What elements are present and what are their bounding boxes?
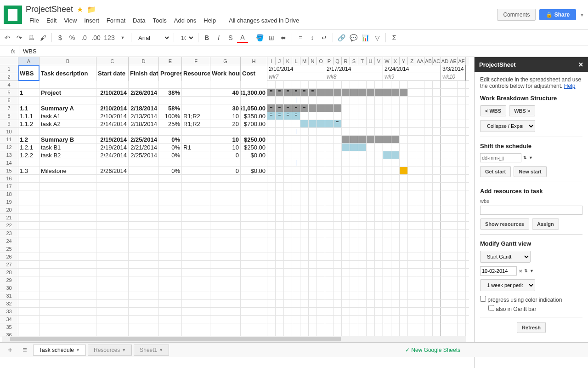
cell[interactable] [40, 128, 96, 135]
cell[interactable] [159, 183, 182, 190]
cell[interactable]: 2/13/2014 [129, 112, 159, 120]
gantt-cell[interactable] [441, 97, 449, 104]
gantt-cell[interactable] [383, 308, 391, 315]
row-number[interactable]: 25 [0, 245, 18, 253]
cell[interactable]: Project [40, 89, 96, 96]
gantt-cell[interactable] [325, 151, 334, 159]
font-select[interactable]: Arial [134, 33, 171, 43]
gantt-cell[interactable] [300, 167, 309, 174]
col-header-H[interactable]: H [241, 57, 267, 65]
gantt-cell[interactable] [325, 136, 334, 143]
gantt-cell[interactable] [367, 276, 375, 284]
gantt-cell[interactable] [416, 120, 424, 127]
halign-icon[interactable]: ≡ [295, 32, 306, 43]
cell[interactable] [182, 97, 210, 104]
cell[interactable] [159, 206, 182, 213]
gantt-cell[interactable] [433, 104, 441, 112]
gantt-cell[interactable] [284, 144, 292, 151]
cell[interactable] [129, 175, 159, 182]
cell[interactable] [96, 316, 129, 323]
gantt-cell[interactable] [391, 253, 400, 260]
refresh-button[interactable]: Refresh [517, 322, 546, 333]
gantt-cell[interactable] [408, 237, 416, 245]
cell[interactable] [18, 253, 40, 260]
assign-button[interactable]: Assign [532, 218, 559, 230]
gantt-cell[interactable] [317, 269, 325, 276]
gantt-cell[interactable]: = [300, 89, 309, 96]
gantt-cell[interactable] [458, 167, 466, 174]
gantt-cell[interactable] [276, 316, 284, 323]
gantt-cell[interactable] [367, 112, 375, 120]
gantt-cell[interactable] [300, 308, 309, 315]
gantt-cell[interactable] [375, 167, 383, 174]
gantt-cell[interactable] [367, 206, 375, 213]
gantt-cell[interactable] [458, 183, 466, 190]
gantt-cell[interactable] [400, 261, 408, 268]
cell[interactable]: 1 [18, 89, 40, 96]
gantt-cell[interactable] [367, 144, 375, 151]
help-link[interactable]: Help [564, 83, 576, 89]
gantt-cell[interactable] [408, 112, 416, 120]
gantt-cell[interactable] [334, 269, 342, 276]
gantt-cell[interactable] [317, 261, 325, 268]
gantt-cell[interactable] [400, 81, 408, 88]
row-number[interactable]: 33 [0, 308, 18, 315]
cell[interactable]: 0% [159, 136, 182, 143]
gantt-cell[interactable] [342, 253, 350, 260]
gantt-cell[interactable] [433, 300, 441, 307]
cell[interactable]: 2/19/2014 [96, 136, 129, 143]
gantt-cell[interactable] [325, 89, 334, 96]
table-header-cell[interactable]: Start date [96, 65, 129, 81]
gantt-cell[interactable] [325, 230, 334, 237]
gantt-cell[interactable] [449, 128, 458, 135]
cell[interactable] [96, 230, 129, 237]
gantt-cell[interactable] [416, 316, 424, 323]
gantt-cell[interactable] [383, 269, 391, 276]
gantt-cell[interactable] [424, 300, 433, 307]
gantt-cell[interactable] [292, 300, 300, 307]
gantt-cell[interactable] [325, 206, 334, 213]
row-number[interactable]: 2 [0, 73, 18, 80]
cell[interactable]: $250.00 [241, 136, 267, 143]
cell[interactable]: 0% [159, 167, 182, 174]
gantt-cell[interactable] [267, 97, 276, 104]
gantt-cell[interactable] [391, 97, 400, 104]
gantt-cell[interactable] [276, 230, 284, 237]
gantt-cell[interactable] [292, 136, 300, 143]
gantt-cell[interactable] [300, 276, 309, 284]
gantt-cell[interactable] [416, 261, 424, 268]
gantt-cell[interactable] [449, 151, 458, 159]
cell[interactable] [96, 198, 129, 206]
add-sheet-icon[interactable]: + [4, 345, 17, 356]
cell[interactable] [96, 206, 129, 213]
gantt-cell[interactable] [358, 214, 367, 221]
gantt-cell[interactable] [391, 276, 400, 284]
gantt-cell[interactable] [408, 183, 416, 190]
gantt-cell[interactable] [408, 136, 416, 143]
cell[interactable] [210, 222, 241, 229]
gantt-cell[interactable] [267, 136, 276, 143]
gantt-cell[interactable] [284, 97, 292, 104]
gantt-cell[interactable] [325, 245, 334, 253]
cell[interactable] [182, 198, 210, 206]
gantt-cell[interactable] [292, 276, 300, 284]
gantt-cell[interactable] [391, 159, 400, 167]
gantt-cell[interactable] [284, 214, 292, 221]
gantt-cell[interactable] [317, 175, 325, 182]
gantt-cell[interactable] [400, 222, 408, 229]
row-number[interactable]: 15 [0, 167, 18, 174]
gantt-cell[interactable] [400, 151, 408, 159]
number-format-select[interactable]: 123 [102, 32, 116, 43]
valign-icon[interactable]: ↕ [307, 32, 318, 43]
gantt-cell[interactable] [367, 300, 375, 307]
gantt-cell[interactable] [391, 120, 400, 127]
cell[interactable] [241, 284, 267, 292]
cell[interactable] [40, 261, 96, 268]
gantt-cell[interactable] [400, 316, 408, 323]
gantt-cell[interactable] [441, 261, 449, 268]
gantt-cell[interactable] [433, 237, 441, 245]
gantt-cell[interactable] [358, 104, 367, 112]
comments-button[interactable]: Comments [497, 9, 536, 21]
gantt-cell[interactable] [350, 128, 358, 135]
gantt-cell[interactable] [408, 214, 416, 221]
